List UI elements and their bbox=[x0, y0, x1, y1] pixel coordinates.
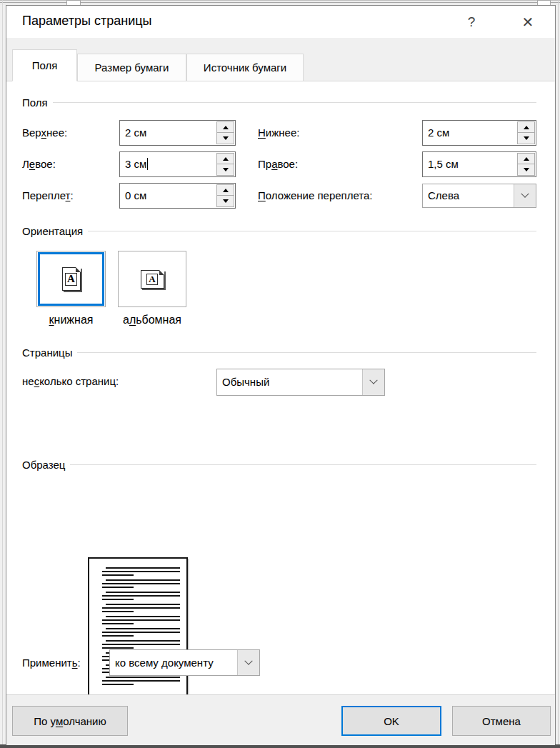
spin-down-icon[interactable] bbox=[217, 133, 234, 144]
spin-down-icon[interactable] bbox=[518, 133, 534, 144]
text-caret bbox=[147, 158, 148, 170]
preview-group-header: Образец bbox=[22, 458, 536, 472]
top-margin-input[interactable]: 2 см bbox=[119, 120, 236, 146]
spin-up-icon[interactable] bbox=[217, 185, 234, 196]
dialog-title: Параметры страницы bbox=[22, 14, 151, 29]
dialog-titlebar: Параметры страницы ? ✕ bbox=[6, 6, 555, 38]
gutter-spinner bbox=[216, 184, 234, 207]
chevron-down-icon bbox=[369, 377, 377, 384]
label-gutter: Переплет: bbox=[22, 189, 74, 201]
right-margin-value: 1,5 см bbox=[428, 158, 459, 170]
spin-up-icon[interactable] bbox=[217, 154, 234, 164]
group-divider bbox=[70, 464, 536, 465]
background-window-top bbox=[0, 0, 560, 5]
label-gutter-position: Положение переплета: bbox=[258, 189, 373, 201]
label-top-margin: Верхнее: bbox=[22, 126, 67, 139]
landscape-caption: альбомная bbox=[118, 314, 186, 326]
gutter-position-value: Слева bbox=[428, 189, 459, 201]
dropdown-button[interactable] bbox=[514, 184, 536, 207]
gutter-input[interactable]: 0 см bbox=[119, 183, 236, 209]
multiple-pages-value: Обычный bbox=[222, 376, 269, 388]
orientation-landscape-tile[interactable]: A bbox=[118, 251, 186, 307]
right-margin-input[interactable]: 1,5 см bbox=[422, 151, 536, 177]
document-preview bbox=[88, 557, 188, 697]
help-icon[interactable]: ? bbox=[461, 13, 482, 31]
chevron-down-icon bbox=[244, 657, 252, 664]
set-as-default-button[interactable]: По умолчанию bbox=[12, 706, 128, 736]
bottom-margin-input[interactable]: 2 см bbox=[422, 120, 536, 146]
margins-group-label: Поля bbox=[22, 96, 48, 109]
close-icon[interactable]: ✕ bbox=[517, 13, 539, 31]
tab-label: Размер бумаги bbox=[95, 61, 169, 74]
multiple-pages-select[interactable]: Обычный bbox=[216, 369, 385, 396]
group-divider bbox=[53, 102, 536, 103]
top-margin-value: 2 см bbox=[125, 126, 146, 139]
spin-down-icon[interactable] bbox=[518, 164, 534, 175]
landscape-page-icon: A bbox=[141, 270, 164, 289]
ok-button[interactable]: OK bbox=[341, 706, 441, 736]
button-label: По умолчанию bbox=[34, 715, 106, 727]
screen: Параметры страницы ? ✕ Поля Размер бумаг… bbox=[0, 0, 560, 748]
group-divider bbox=[77, 352, 536, 353]
tab-page-margins: Поля Верхнее: 2 см Нижнее: 2 см bbox=[6, 81, 555, 699]
chevron-down-icon bbox=[521, 190, 529, 198]
spin-down-icon[interactable] bbox=[217, 196, 234, 206]
tab-margins[interactable]: Поля bbox=[12, 49, 77, 81]
tab-label: Поля bbox=[32, 59, 58, 71]
portrait-caption: книжная bbox=[36, 314, 106, 326]
cancel-button[interactable]: Отмена bbox=[452, 706, 551, 736]
spin-down-icon[interactable] bbox=[217, 164, 234, 175]
icon-letter: A bbox=[65, 273, 77, 286]
left-margin-value: 3 см bbox=[125, 158, 146, 170]
pages-group-header: Страницы bbox=[22, 346, 536, 359]
background-edge bbox=[2, 0, 3, 748]
button-label: OK bbox=[384, 715, 399, 727]
spin-up-icon[interactable] bbox=[217, 122, 234, 133]
label-multiple-pages: несколько страниц: bbox=[22, 375, 119, 387]
dialog-footer: По умолчанию OK Отмена bbox=[6, 694, 555, 745]
left-margin-spinner bbox=[216, 153, 234, 176]
button-label: Отмена bbox=[482, 715, 521, 727]
orientation-group-label: Ориентация bbox=[22, 225, 83, 237]
bottom-margin-value: 2 см bbox=[428, 126, 449, 139]
label-bottom-margin: Нижнее: bbox=[258, 126, 299, 139]
label-left-margin: Левое: bbox=[22, 158, 56, 170]
tab-paper-source[interactable]: Источник бумаги bbox=[186, 54, 304, 81]
background-fragment bbox=[66, 0, 81, 5]
right-margin-spinner bbox=[517, 153, 535, 176]
preview-group-label: Образец bbox=[22, 459, 65, 471]
orientation-portrait-tile[interactable]: A bbox=[36, 251, 106, 307]
dropdown-button[interactable] bbox=[362, 369, 384, 395]
bottom-margin-spinner bbox=[517, 121, 535, 144]
label-right-margin: Правое: bbox=[258, 158, 298, 170]
left-margin-input[interactable]: 3 см bbox=[119, 151, 236, 177]
tab-strip: Поля Размер бумаги Источник бумаги bbox=[6, 38, 555, 81]
spin-up-icon[interactable] bbox=[518, 122, 534, 133]
dropdown-button[interactable] bbox=[237, 650, 259, 675]
background-edge bbox=[558, 0, 559, 748]
tab-label: Источник бумаги bbox=[204, 61, 286, 74]
apply-to-select[interactable]: ко всему документу bbox=[109, 649, 260, 676]
orientation-group-header: Ориентация bbox=[22, 224, 536, 238]
top-margin-spinner bbox=[216, 121, 234, 144]
gutter-position-select[interactable]: Слева bbox=[422, 184, 536, 208]
gutter-value: 0 см bbox=[125, 189, 146, 201]
icon-letter: A bbox=[146, 274, 157, 285]
spin-up-icon[interactable] bbox=[518, 154, 534, 164]
group-divider bbox=[88, 231, 536, 231]
apply-to-value: ко всему документу bbox=[115, 657, 214, 669]
tab-paper-size[interactable]: Размер бумаги bbox=[77, 54, 186, 81]
pages-group-label: Страницы bbox=[22, 346, 72, 359]
margins-group-header: Поля bbox=[22, 96, 536, 109]
label-apply-to: Применить: bbox=[22, 657, 81, 669]
portrait-page-icon: A bbox=[62, 267, 81, 291]
background-fragment bbox=[537, 0, 551, 5]
page-fold bbox=[159, 270, 164, 275]
page-setup-dialog: Параметры страницы ? ✕ Поля Размер бумаг… bbox=[6, 5, 556, 744]
page-fold bbox=[76, 267, 81, 272]
